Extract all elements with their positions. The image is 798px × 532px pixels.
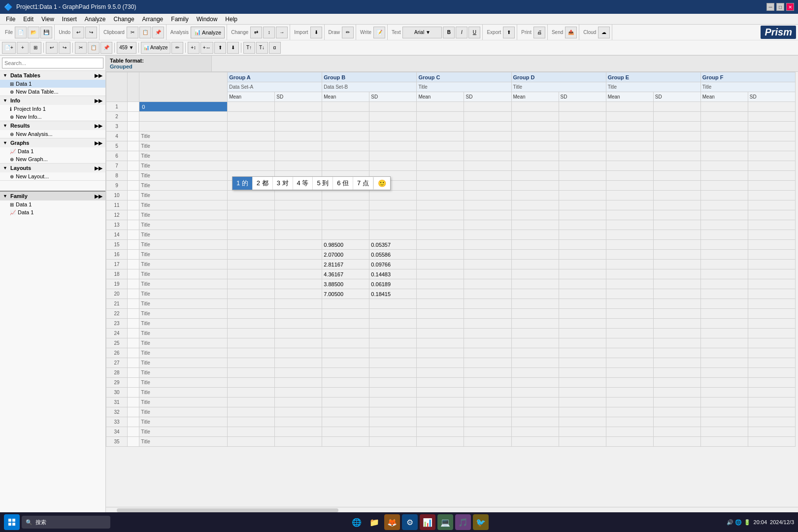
data-cell[interactable] [322,132,369,141]
data-cell[interactable] [559,181,606,191]
data-cell[interactable] [417,417,464,427]
data-cell[interactable] [511,437,559,447]
data-cell[interactable] [748,279,795,289]
data-cell[interactable] [748,378,795,388]
data-cell[interactable] [559,407,606,417]
data-cell[interactable] [275,398,322,407]
data-cell[interactable] [606,230,653,240]
data-cell[interactable] [369,427,417,437]
data-cell[interactable] [653,181,700,191]
data-cell[interactable] [369,388,417,398]
data-cell[interactable] [369,348,417,358]
data-cell[interactable] [228,102,275,112]
data-cell[interactable] [511,191,559,200]
data-cell[interactable] [511,260,559,269]
data-cell[interactable] [700,289,748,299]
data-cell[interactable] [559,112,606,122]
data-cell[interactable] [228,132,275,141]
change-btn3[interactable]: → [276,27,288,38]
data-cell[interactable] [511,358,559,368]
row-title-cell[interactable] [139,102,228,112]
data-cell[interactable] [322,378,369,388]
data-cell[interactable] [511,132,559,141]
data-cell[interactable] [369,122,417,132]
data-cell[interactable]: 4.36167 [322,269,369,279]
data-cell[interactable] [511,240,559,250]
copy-button[interactable]: 📋 [139,27,151,38]
data-cell[interactable] [228,200,275,210]
data-cell[interactable] [653,240,700,250]
data-cell[interactable] [369,102,417,112]
row-title-cell[interactable] [139,122,228,132]
data-cell[interactable] [417,220,464,230]
data-cell[interactable] [275,230,322,240]
data-cell[interactable] [464,417,511,427]
data-cell[interactable] [606,279,653,289]
data-cell[interactable] [559,230,606,240]
data-cell[interactable] [653,329,700,338]
data-cell[interactable] [748,210,795,220]
data-cell[interactable] [511,289,559,299]
data-cell[interactable] [700,210,748,220]
data-cell[interactable] [748,417,795,427]
ime-item-7[interactable]: 7 点 [353,177,373,190]
data-cell[interactable] [228,161,275,171]
data-cell[interactable] [511,388,559,398]
ime-item-5[interactable]: 5 到 [313,177,333,190]
data-cell[interactable] [653,250,700,260]
data-cell[interactable] [322,141,369,151]
data-cell[interactable] [748,132,795,141]
data-cell[interactable] [700,299,748,309]
data-cell[interactable] [417,407,464,417]
menu-help[interactable]: Help [221,15,241,24]
data-cell[interactable] [464,230,511,240]
row-title-cell[interactable]: Title [139,368,228,378]
data-cell[interactable] [700,319,748,329]
data-cell[interactable] [369,378,417,388]
data-cell[interactable] [417,132,464,141]
data-cell[interactable] [653,417,700,427]
data-cell[interactable] [748,427,795,437]
data-cell[interactable] [369,151,417,161]
paste-btn2[interactable]: 📌 [100,42,112,54]
data-cell[interactable] [369,132,417,141]
cut-btn2[interactable]: ✂ [75,42,87,54]
data-cell[interactable] [653,407,700,417]
data-cell[interactable] [464,240,511,250]
taskbar-explorer-icon[interactable]: 📁 [366,514,382,530]
data-cell[interactable]: 0.05586 [369,250,417,260]
data-cell[interactable] [275,279,322,289]
data-cell[interactable] [748,122,795,132]
data-cell[interactable] [700,309,748,319]
format-btn[interactable]: 459 ▼ [117,42,136,54]
sidebar-item-graphs-data1[interactable]: 📈 Data 1 [0,147,105,155]
data-cell[interactable] [700,427,748,437]
data-cell[interactable] [228,398,275,407]
active-cell-input[interactable] [141,102,226,111]
sidebar-datatables-header[interactable]: ▼ Data Tables ▶▶ [0,71,105,80]
row-title-cell[interactable]: Title [139,309,228,319]
data-cell[interactable] [228,279,275,289]
data-cell[interactable] [559,388,606,398]
data-cell[interactable] [700,388,748,398]
data-cell[interactable] [653,260,700,269]
data-cell[interactable] [464,260,511,269]
data-cell[interactable] [275,132,322,141]
data-cell[interactable] [511,309,559,319]
data-cell[interactable] [228,289,275,299]
data-cell[interactable] [322,122,369,132]
data-cell[interactable] [511,230,559,240]
data-cell[interactable] [606,289,653,299]
menu-family[interactable]: Family [167,15,192,24]
data-cell[interactable] [653,191,700,200]
taskbar-app5-icon[interactable]: 🎵 [455,514,471,530]
data-cell[interactable] [653,309,700,319]
data-cell[interactable] [653,269,700,279]
copy-btn2[interactable]: 📋 [88,42,100,54]
data-cell[interactable] [322,210,369,220]
data-cell[interactable] [559,210,606,220]
data-cell[interactable] [322,407,369,417]
data-cell[interactable] [464,132,511,141]
menu-edit[interactable]: Edit [19,15,37,24]
data-cell[interactable] [559,437,606,447]
